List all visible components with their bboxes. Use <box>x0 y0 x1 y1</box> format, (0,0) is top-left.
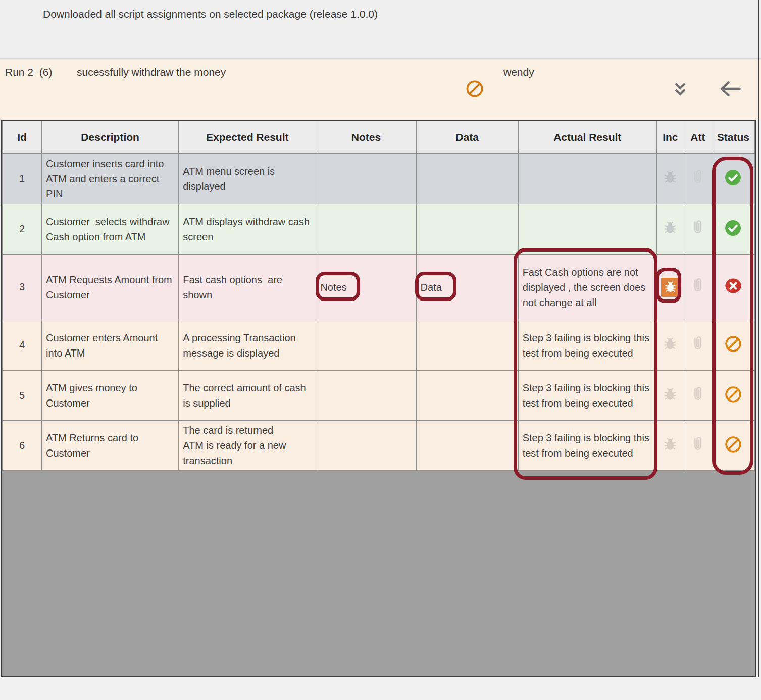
bug-icon <box>663 387 678 405</box>
paperclip-icon <box>689 277 706 297</box>
incident-cell[interactable] <box>656 371 684 421</box>
attachment-cell[interactable] <box>684 421 712 471</box>
status-cell <box>712 371 754 421</box>
double-chevron-down-icon[interactable] <box>671 80 689 98</box>
step-actual-result: Step 3 failing is blocking this test fro… <box>518 371 656 421</box>
column-header-id: Id <box>3 121 42 154</box>
no-entry-icon <box>465 79 484 98</box>
no-entry-icon <box>724 385 742 406</box>
step-id: 1 <box>3 154 42 204</box>
step-description: ATM Returns card to Customer <box>42 421 179 471</box>
step-id: 5 <box>3 371 42 421</box>
table-row: 6 ATM Returns card to Customer The card … <box>3 421 755 471</box>
step-notes <box>316 154 416 204</box>
step-id: 4 <box>3 320 42 371</box>
step-data <box>416 421 518 471</box>
test-steps-panel: Id Description Expected Result Notes Dat… <box>1 120 756 677</box>
check-circle-icon <box>724 219 742 240</box>
step-expected-result: A processing Transaction message is disp… <box>179 320 316 371</box>
step-actual-result: Step 3 failing is blocking this test fro… <box>518 320 656 371</box>
no-entry-icon <box>724 335 742 356</box>
column-header-att: Att <box>684 121 712 154</box>
step-data <box>416 154 518 204</box>
step-data <box>416 371 518 421</box>
step-actual-result <box>518 204 656 255</box>
step-description: ATM gives money to Customer <box>42 371 179 421</box>
bug-icon <box>663 437 678 455</box>
attachment-cell[interactable] <box>684 255 712 320</box>
step-data <box>416 320 518 371</box>
paperclip-icon <box>689 386 706 406</box>
column-header-inc: Inc <box>656 121 684 154</box>
column-header-actual-result: Actual Result <box>518 121 656 154</box>
attachment-cell[interactable] <box>684 154 712 204</box>
table-row: 4 Customer enters Amount into ATM A proc… <box>3 320 755 371</box>
x-circle-icon <box>724 277 743 297</box>
incident-cell[interactable] <box>656 154 684 204</box>
step-data-link[interactable]: Data <box>416 255 518 320</box>
paperclip-icon <box>689 219 706 239</box>
step-notes <box>316 421 416 471</box>
column-header-expected-result: Expected Result <box>179 121 316 154</box>
status-cell <box>712 320 754 371</box>
bug-icon[interactable] <box>661 278 680 297</box>
no-entry-icon <box>724 435 742 456</box>
column-header-status: Status <box>712 121 754 154</box>
bug-icon <box>663 336 678 354</box>
incident-cell[interactable] <box>656 204 684 255</box>
step-notes <box>316 204 416 255</box>
step-notes <box>316 371 416 421</box>
step-actual-result <box>518 154 656 204</box>
incident-cell[interactable] <box>656 421 684 471</box>
table-row: 2 Customer selects withdraw Cash option … <box>3 204 755 255</box>
step-description: Customer enters Amount into ATM <box>42 320 179 371</box>
status-message: Downloaded all script assignments on sel… <box>43 8 378 20</box>
status-cell <box>712 154 754 204</box>
run-label: Run 2 (6) <box>5 66 52 78</box>
test-steps-table: Id Description Expected Result Notes Dat… <box>2 121 755 471</box>
step-expected-result: Fast cash options are shown <box>179 255 316 320</box>
step-notes <box>316 320 416 371</box>
step-data <box>416 204 518 255</box>
column-header-description: Description <box>42 121 179 154</box>
table-row: 5 ATM gives money to Customer The correc… <box>3 371 755 421</box>
step-expected-result: ATM menu screen is displayed <box>179 154 316 204</box>
step-notes-link[interactable]: Notes <box>316 255 416 320</box>
run-title: sucessfully withdraw the money <box>77 66 226 78</box>
status-cell <box>712 204 754 255</box>
test-run-screen: Downloaded all script assignments on sel… <box>0 0 761 700</box>
status-cell <box>712 255 754 320</box>
attachment-cell[interactable] <box>684 371 712 421</box>
table-header-row: Id Description Expected Result Notes Dat… <box>3 121 755 154</box>
bug-icon <box>663 220 678 238</box>
paperclip-icon <box>689 436 706 456</box>
top-status-band: Downloaded all script assignments on sel… <box>0 0 761 59</box>
step-actual-result: Step 3 failing is blocking this test fro… <box>518 421 656 471</box>
window-right-border <box>758 0 759 677</box>
incident-cell[interactable] <box>656 320 684 371</box>
paperclip-icon <box>689 169 706 188</box>
step-expected-result: The card is returned ATM is ready for a … <box>179 421 316 471</box>
step-id: 2 <box>3 204 42 255</box>
incident-cell[interactable] <box>656 255 684 320</box>
column-header-notes: Notes <box>316 121 416 154</box>
run-header: Run 2 (6) sucessfully withdraw the money… <box>0 59 761 120</box>
step-expected-result: The correct amount of cash is supplied <box>179 371 316 421</box>
column-header-data: Data <box>416 121 518 154</box>
step-description: Customer inserts card into ATM and enter… <box>42 154 179 204</box>
step-expected-result: ATM displays withdraw cash screen <box>179 204 316 255</box>
bug-icon <box>663 170 678 187</box>
attachment-cell[interactable] <box>684 320 712 371</box>
table-row: 3 ATM Requests Amount from Customer Fast… <box>3 255 755 320</box>
tester-name: wendy <box>503 66 534 78</box>
step-id: 6 <box>3 421 42 471</box>
paperclip-icon <box>689 335 706 355</box>
table-row: 1 Customer inserts card into ATM and ent… <box>3 154 755 204</box>
attachment-cell[interactable] <box>684 204 712 255</box>
check-circle-icon <box>724 168 742 189</box>
status-cell <box>712 421 754 471</box>
step-actual-result: Fast Cash options are not displayed , th… <box>518 255 656 320</box>
step-id: 3 <box>3 255 42 320</box>
step-description: ATM Requests Amount from Customer <box>42 255 179 320</box>
left-arrow-icon[interactable] <box>719 79 741 98</box>
